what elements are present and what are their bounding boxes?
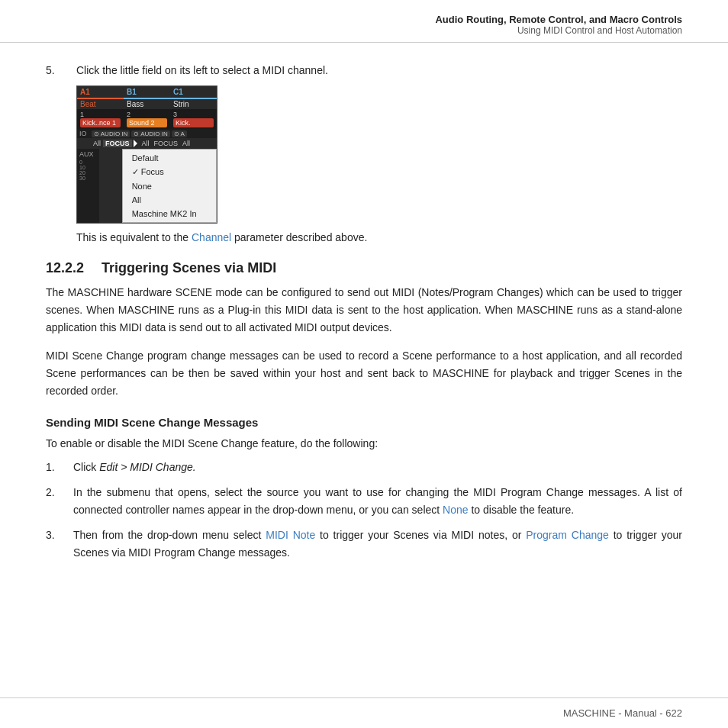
audio-in-btn-2[interactable]: ⊙ AUDIO IN xyxy=(131,130,169,137)
section-heading: 12.2.2 Triggering Scenes via MIDI xyxy=(46,260,682,276)
para-2: MIDI Scene Change program change message… xyxy=(46,347,682,400)
item-2-content: In the submenu that opens, select the so… xyxy=(73,484,682,519)
sound-2: 2 Sound 2 xyxy=(124,109,170,129)
sound-num-1: 1 xyxy=(80,111,121,118)
ordered-list: 1. Click Edit > MIDI Change. 2. In the s… xyxy=(46,459,682,562)
tab-focus-2[interactable]: FOCUS xyxy=(152,140,181,147)
step-5-block: 5. Click the little field on its left to… xyxy=(46,64,682,243)
col-a1: A1 xyxy=(77,86,124,99)
screenshot: A1 B1 C1 Beat Bass Strin 1 Kick.. xyxy=(76,85,217,224)
group-bass: Bass xyxy=(124,99,170,109)
group-strings: Strin xyxy=(170,99,217,109)
sound-num-2: 2 xyxy=(127,111,167,118)
item-1-content: Click Edit > MIDI Change. xyxy=(73,459,682,476)
meter-30: 30 xyxy=(77,176,99,181)
meter-0: 0 xyxy=(77,159,99,165)
ss-header: A1 B1 C1 xyxy=(77,86,217,99)
edit-midi-change: Edit > MIDI Change. xyxy=(99,461,195,473)
list-item-3: 3. Then from the drop-down menu select M… xyxy=(46,527,682,562)
group-beat: Beat xyxy=(77,99,124,109)
sound-1: 1 Kick..nce 1 xyxy=(77,109,124,129)
list-item-1: 1. Click Edit > MIDI Change. xyxy=(46,459,682,476)
dropdown-default[interactable]: Default xyxy=(123,151,216,165)
section-title: Triggering Scenes via MIDI xyxy=(101,260,276,275)
none-link[interactable]: None xyxy=(443,504,468,516)
audio-in-btn-3[interactable]: ⊙ A xyxy=(172,130,187,137)
dropdown-none[interactable]: None xyxy=(123,179,216,193)
step-5-content: Click the little field on its left to se… xyxy=(76,64,682,243)
aux-label: AUX xyxy=(77,149,99,159)
sound-num-3: 3 xyxy=(173,111,214,118)
ss-sounds: 1 Kick..nce 1 2 Sound 2 3 Kick. xyxy=(77,109,217,129)
sending-intro: To enable or disable the MIDI Scene Chan… xyxy=(46,435,682,453)
col-b1: B1 xyxy=(124,86,170,99)
footer-text: MASCHINE - Manual - 622 xyxy=(563,707,682,719)
subsection-heading: Sending MIDI Scene Change Messages xyxy=(46,416,682,429)
equiv-suffix: parameter described above. xyxy=(231,231,367,243)
sound-name-3: Kick. xyxy=(173,118,214,127)
meter-10: 10 xyxy=(77,165,99,170)
ss-dropdown-area: AUX 0 10 20 30 Default Focus None All Ma… xyxy=(77,149,217,223)
dropdown-maschine[interactable]: Maschine MK2 In xyxy=(123,207,216,221)
sound-3: 3 Kick. xyxy=(170,109,217,129)
ss-dropdown: Default Focus None All Maschine MK2 In xyxy=(122,149,217,223)
cursor-icon xyxy=(134,140,138,147)
list-item-2: 2. In the submenu that opens, select the… xyxy=(46,484,682,519)
equiv-text: This is equivalent to the Channel parame… xyxy=(76,231,682,243)
midi-note-link[interactable]: MIDI Note xyxy=(266,529,315,541)
audio-in-btn-1[interactable]: ⊙ AUDIO IN xyxy=(92,130,130,137)
para-1: The MASCHINE hardware SCENE mode can be … xyxy=(46,284,682,337)
tab-all-1[interactable]: All xyxy=(91,140,103,147)
step-5-text: Click the little field on its left to se… xyxy=(76,64,682,76)
item-3-content: Then from the drop-down menu select MIDI… xyxy=(73,527,682,562)
item-1-num: 1. xyxy=(46,459,63,476)
page-footer: MASCHINE - Manual - 622 xyxy=(0,697,728,728)
channel-link[interactable]: Channel xyxy=(192,231,231,243)
ss-aux-col: AUX 0 10 20 30 xyxy=(77,149,99,223)
tab-all-2[interactable]: All xyxy=(140,140,152,147)
program-change-link[interactable]: Program Change xyxy=(526,529,609,541)
header-title: Audio Routing, Remote Control, and Macro… xyxy=(46,14,682,25)
content-area: 5. Click the little field on its left to… xyxy=(0,43,728,697)
equiv-prefix: This is equivalent to the xyxy=(76,231,192,243)
tab-all-3[interactable]: All xyxy=(180,140,192,147)
page-container: Audio Routing, Remote Control, and Macro… xyxy=(0,0,728,728)
meter-20: 20 xyxy=(77,170,99,176)
section-num: 12.2.2 xyxy=(46,260,84,275)
item-3-num: 3. xyxy=(46,527,63,562)
sound-name-2: Sound 2 xyxy=(127,118,167,127)
ss-group-names: Beat Bass Strin xyxy=(77,99,217,109)
header-subtitle: Using MIDI Control and Host Automation xyxy=(46,25,682,36)
ss-io-row: IO ⊙ AUDIO IN ⊙ AUDIO IN ⊙ A xyxy=(77,129,217,138)
col-c1: C1 xyxy=(170,86,217,99)
sound-name-1: Kick..nce 1 xyxy=(80,118,121,127)
dropdown-focus[interactable]: Focus xyxy=(123,165,216,179)
ss-tabs-row: All FOCUS All FOCUS All xyxy=(77,138,217,149)
tab-focus-1[interactable]: FOCUS xyxy=(103,140,132,147)
io-label: IO xyxy=(77,130,91,137)
page-header: Audio Routing, Remote Control, and Macro… xyxy=(0,0,728,43)
step-5-num: 5. xyxy=(46,64,63,243)
item-2-num: 2. xyxy=(46,484,63,519)
dropdown-all[interactable]: All xyxy=(123,193,216,207)
